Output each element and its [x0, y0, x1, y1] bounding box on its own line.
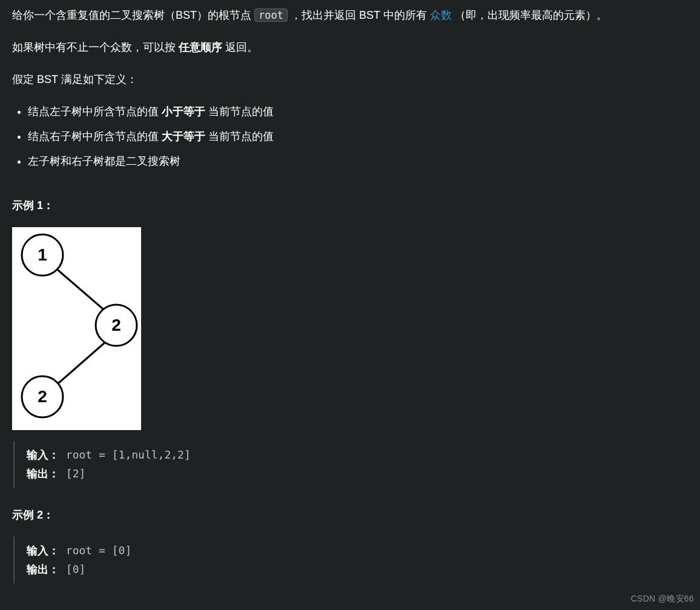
- output-label: 输出：: [27, 467, 59, 480]
- example-1-io: 输入： root = [1,null,2,2] 输出： [2]: [13, 441, 688, 488]
- list-item: 结点右子树中所含节点的值 大于等于 当前节点的值: [28, 128, 688, 145]
- text: 当前节点的值: [208, 105, 274, 118]
- paragraph-intro-3: 假定 BST 满足如下定义：: [12, 71, 688, 88]
- inline-code-root: root: [254, 8, 288, 22]
- text: 结点左子树中所含节点的值: [28, 105, 162, 118]
- problem-page: 给你一个含重复值的二叉搜索树（BST）的根节点 root ，找出并返回 BST …: [0, 0, 700, 610]
- svg-line-0: [54, 267, 103, 309]
- svg-line-1: [58, 341, 107, 383]
- output-value: [0]: [66, 563, 86, 575]
- io-line-input: 输入： root = [0]: [27, 542, 688, 560]
- paragraph-intro-1: 给你一个含重复值的二叉搜索树（BST）的根节点 root ，找出并返回 BST …: [12, 7, 688, 24]
- text: 给你一个含重复值的二叉搜索树（BST）的根节点: [12, 9, 254, 21]
- example-2-title: 示例 2：: [12, 507, 688, 523]
- text: 返回。: [225, 41, 258, 53]
- output-label: 输出：: [27, 563, 59, 575]
- definition-list: 结点左子树中所含节点的值 小于等于 当前节点的值 结点右子树中所含节点的值 大于…: [12, 104, 688, 170]
- io-line-input: 输入： root = [1,null,2,2]: [27, 446, 688, 465]
- io-line-output: 输出： [2]: [27, 465, 688, 483]
- tree-node-3: 2: [38, 387, 47, 406]
- input-value: root = [0]: [66, 544, 131, 557]
- watermark: CSDN @晚安66: [631, 592, 694, 605]
- input-label: 输入：: [27, 544, 59, 557]
- bold-any-order: 任意顺序: [179, 41, 222, 53]
- example-1-title: 示例 1：: [12, 197, 688, 214]
- text: 结点右子树中所含节点的值: [28, 130, 162, 142]
- io-line-output: 输出： [0]: [27, 560, 688, 579]
- bold-lte: 小于等于: [162, 105, 205, 118]
- list-item: 左子树和右子树都是二叉搜索树: [28, 153, 688, 170]
- tree-node-1: 1: [38, 245, 47, 264]
- text: ，找出并返回 BST 中的所有: [291, 9, 430, 21]
- example-2-io: 输入： root = [0] 输出： [0]: [13, 537, 688, 583]
- text: 如果树中有不止一个众数，可以按: [12, 41, 179, 53]
- tree-node-2: 2: [111, 316, 121, 334]
- output-value: [2]: [66, 467, 86, 480]
- input-value: root = [1,null,2,2]: [66, 448, 191, 461]
- mode-link[interactable]: 众数: [430, 9, 452, 21]
- input-label: 输入：: [27, 448, 59, 461]
- list-item: 结点左子树中所含节点的值 小于等于 当前节点的值: [28, 104, 688, 120]
- example-1-tree: 1 2 2: [12, 227, 141, 430]
- bold-gte: 大于等于: [162, 130, 205, 142]
- text: （即，出现频率最高的元素）。: [455, 9, 607, 21]
- paragraph-intro-2: 如果树中有不止一个众数，可以按 任意顺序 返回。: [12, 39, 688, 56]
- text: 当前节点的值: [208, 130, 274, 142]
- tree-svg: 1 2 2: [12, 227, 141, 430]
